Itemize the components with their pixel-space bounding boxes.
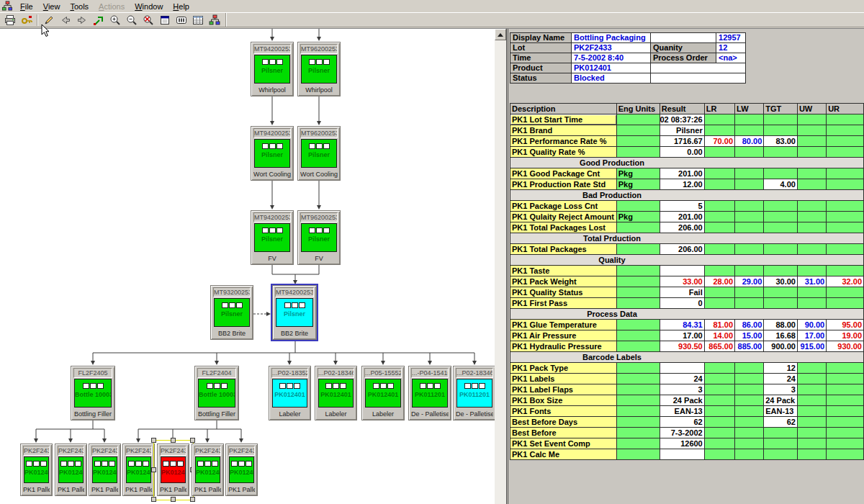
cell-result[interactable]: 7-5-2002 08:37:26 xyxy=(660,114,704,125)
cell-eng-units[interactable] xyxy=(616,244,660,255)
cell-eng-units[interactable] xyxy=(616,320,660,330)
cell-ur[interactable] xyxy=(827,287,864,298)
cell-tgt[interactable] xyxy=(764,125,798,136)
cell-uw[interactable] xyxy=(797,363,826,374)
cell-lw[interactable] xyxy=(735,125,764,136)
cell-description[interactable]: PK1 Quality Rate % xyxy=(510,147,617,158)
cell-ur[interactable] xyxy=(827,201,864,212)
cell-tgt[interactable]: 30.00 xyxy=(764,276,798,287)
cell-lw[interactable] xyxy=(735,438,764,449)
cell-result[interactable]: 3 xyxy=(660,384,704,395)
cell-lr[interactable]: 865.00 xyxy=(704,341,734,352)
column-header-tgt[interactable]: TGT xyxy=(764,104,798,114)
cell-result[interactable] xyxy=(660,363,704,374)
cell-description[interactable]: PK1 Label Flaps xyxy=(510,384,617,395)
menu-help[interactable]: Help xyxy=(168,1,194,12)
menu-view[interactable]: View xyxy=(38,1,66,12)
cell-ur[interactable] xyxy=(827,438,864,449)
cell-ur[interactable] xyxy=(827,363,864,374)
cell-ur[interactable] xyxy=(827,428,864,438)
cell-lr[interactable]: 81.00 xyxy=(704,320,734,330)
cell-result[interactable]: 17.00 xyxy=(660,330,704,341)
cell-lr[interactable] xyxy=(704,449,734,460)
cell-ur[interactable] xyxy=(827,374,864,384)
cell-lr[interactable] xyxy=(704,168,734,179)
cell-description[interactable]: PK1 Production Rate Std xyxy=(510,179,617,190)
cell-uw[interactable] xyxy=(797,125,826,136)
cell-ur[interactable] xyxy=(827,147,864,158)
diagram-node-PK2F2434[interactable]: PK2F2434PK012401PK1 Pallets xyxy=(122,444,155,496)
cell-eng-units[interactable] xyxy=(616,222,660,233)
info-value[interactable]: 7-5-2002 8:40 xyxy=(572,53,651,63)
column-header-lw[interactable]: LW xyxy=(735,104,764,114)
diagram-vertical-scrollbar[interactable] xyxy=(495,29,506,504)
cell-description[interactable]: Best Before Days xyxy=(510,417,617,428)
cell-eng-units[interactable] xyxy=(616,287,660,298)
diagram-node-PK2F2433[interactable]: PK2F2433PK012401PK1 Pallets xyxy=(157,444,189,496)
cell-lr[interactable] xyxy=(704,212,734,222)
cell-tgt[interactable] xyxy=(764,266,798,276)
info-value[interactable]: Blocked xyxy=(572,73,651,84)
cell-description[interactable]: PK1 Qulaity Reject Amount xyxy=(510,212,617,222)
cell-tgt[interactable] xyxy=(764,147,798,158)
cell-result[interactable]: 5 xyxy=(660,201,704,212)
cell-uw[interactable]: 90.00 xyxy=(797,320,826,330)
cell-result[interactable]: 0.00 xyxy=(660,147,704,158)
cell-lw[interactable] xyxy=(735,147,764,158)
cell-tgt[interactable]: 16.68 xyxy=(764,330,798,341)
forward-button[interactable] xyxy=(73,13,90,27)
cell-lw[interactable] xyxy=(735,201,764,212)
cell-tgt[interactable] xyxy=(764,114,798,125)
cell-uw[interactable] xyxy=(797,201,826,212)
cell-lr[interactable] xyxy=(704,266,734,276)
cell-eng-units[interactable] xyxy=(616,384,660,395)
cell-eng-units[interactable]: Pkg xyxy=(616,212,660,222)
cell-ur[interactable]: 19.00 xyxy=(827,330,864,341)
cell-uw[interactable] xyxy=(797,428,826,438)
cell-lw[interactable] xyxy=(735,363,764,374)
cell-eng-units[interactable]: Pkg xyxy=(616,179,660,190)
cell-lw[interactable] xyxy=(735,212,764,222)
cell-tgt[interactable] xyxy=(764,449,798,460)
cell-uw[interactable]: 31.00 xyxy=(797,276,826,287)
diagram-node-MT942002530[interactable]: MT942002530PilsnerWort Cooling xyxy=(251,126,294,181)
zoom-reset-button[interactable] xyxy=(140,13,156,27)
cell-lw[interactable] xyxy=(735,266,764,276)
column-header-result[interactable]: Result xyxy=(660,104,704,114)
genealogy-button[interactable] xyxy=(206,13,222,27)
diagram-node-FL2F2405[interactable]: FL2F2405Bottle 10003Bottling Filler xyxy=(71,366,115,420)
print-button[interactable] xyxy=(1,13,18,27)
cell-ur[interactable] xyxy=(827,244,864,255)
cell-result[interactable]: 930.50 xyxy=(660,341,704,352)
cell-lr[interactable] xyxy=(704,406,734,417)
menu-window[interactable]: Window xyxy=(130,1,168,12)
diagram-node-MT942002530[interactable]: MT942002530PilsnerWhirlpool xyxy=(251,42,294,96)
cell-uw[interactable] xyxy=(797,449,826,460)
cell-description[interactable]: PK1 Brand xyxy=(510,125,617,136)
cell-lw[interactable]: 15.00 xyxy=(735,330,764,341)
cell-uw[interactable] xyxy=(797,287,826,298)
cell-uw[interactable] xyxy=(797,222,826,233)
cell-uw[interactable] xyxy=(797,266,826,276)
cell-uw[interactable] xyxy=(797,244,826,255)
cell-uw[interactable] xyxy=(797,406,826,417)
cell-uw[interactable] xyxy=(797,298,826,309)
cell-tgt[interactable] xyxy=(764,298,798,309)
cell-ur[interactable] xyxy=(827,266,864,276)
cell-tgt[interactable] xyxy=(764,168,798,179)
cell-description[interactable]: PK1 Pack Weight xyxy=(510,276,617,287)
cell-lr[interactable] xyxy=(704,147,734,158)
cell-uw[interactable]: 17.00 xyxy=(797,330,826,341)
cell-description[interactable]: PK1 Hydraulic Pressure xyxy=(510,341,617,352)
cell-lw[interactable] xyxy=(735,168,764,179)
cell-result[interactable]: 0 xyxy=(660,298,704,309)
cell-lw[interactable]: 86.00 xyxy=(735,320,764,330)
cell-tgt[interactable]: 62 xyxy=(764,417,798,428)
diagram-node-PK2F2432[interactable]: PK2F2432PK012401PK1 Pallets xyxy=(192,444,224,496)
report-button[interactable] xyxy=(156,13,173,27)
diagram-node-P021834656[interactable]: ...P02-1834656PK011201De - Palletiser xyxy=(453,366,495,420)
cell-ur[interactable] xyxy=(827,298,864,309)
grid-button[interactable] xyxy=(189,13,206,27)
cell-tgt[interactable]: 83.00 xyxy=(764,136,798,147)
diagram-node-MT962002530[interactable]: MT962002530PilsnerFV xyxy=(297,210,341,265)
